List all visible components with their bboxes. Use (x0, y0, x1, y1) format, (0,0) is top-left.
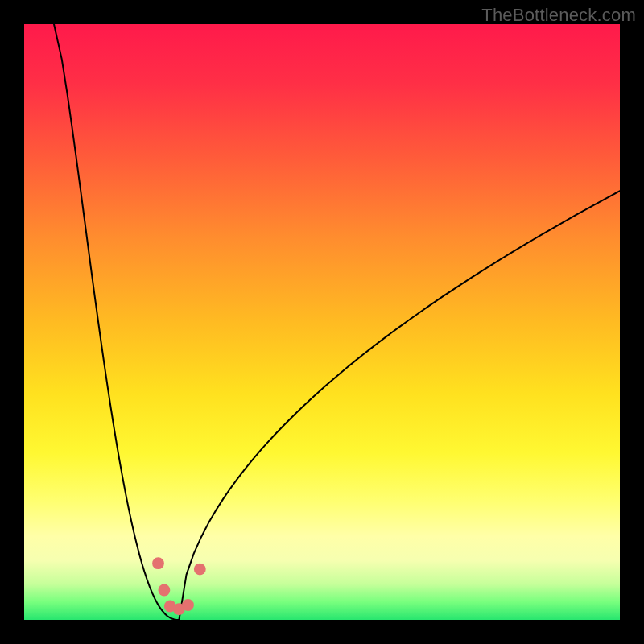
marker-group (152, 557, 206, 615)
bottleneck-curve (54, 24, 620, 620)
chart-frame: TheBottleneck.com (0, 0, 644, 644)
plot-area (24, 24, 620, 620)
data-marker (194, 564, 206, 576)
data-marker (159, 584, 171, 597)
watermark-text: TheBottleneck.com (481, 5, 636, 26)
curve-layer (24, 24, 620, 620)
data-marker (182, 599, 194, 611)
data-marker (152, 557, 164, 569)
